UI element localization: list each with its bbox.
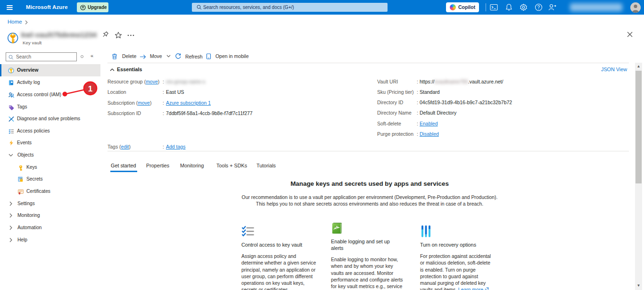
svg-text:1: 1 bbox=[88, 84, 92, 93]
